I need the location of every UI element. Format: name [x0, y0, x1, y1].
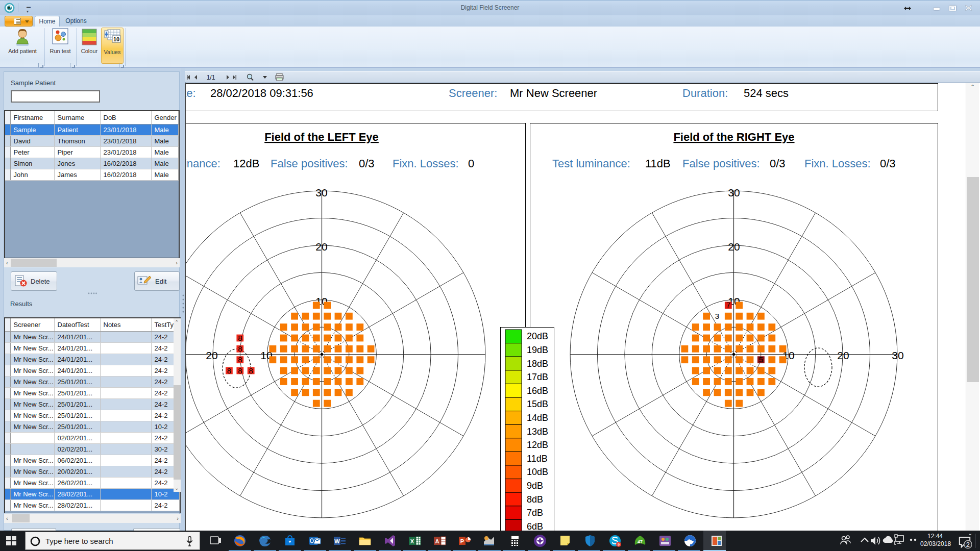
svg-text:30: 30 — [728, 187, 740, 198]
svg-text:17dB: 17dB — [527, 372, 548, 382]
svg-text:5: 5 — [759, 355, 763, 364]
svg-text:0/3: 0/3 — [770, 157, 786, 170]
svg-text:False positives:: False positives: — [271, 157, 348, 170]
svg-text:8: 8 — [238, 366, 242, 375]
svg-text:47: 47 — [638, 539, 643, 544]
svg-text:8: 8 — [249, 366, 253, 375]
svg-text:524 secs: 524 secs — [744, 87, 789, 99]
svg-text:Fixn. Losses:: Fixn. Losses: — [804, 157, 871, 170]
svg-text:X: X — [410, 538, 414, 544]
svg-text:10dB: 10dB — [527, 467, 548, 477]
svg-text:19dB: 19dB — [527, 345, 548, 355]
svg-text:Test luminance:: Test luminance: — [186, 157, 220, 170]
svg-text:30: 30 — [892, 349, 903, 361]
svg-text:W: W — [334, 538, 340, 544]
svg-text:0/3: 0/3 — [359, 157, 375, 170]
svg-text:20: 20 — [206, 349, 217, 361]
svg-text:0: 0 — [468, 157, 474, 170]
svg-text:15dB: 15dB — [527, 399, 548, 409]
svg-text:8: 8 — [238, 344, 242, 353]
svg-text:9dB: 9dB — [527, 481, 543, 491]
svg-text:8: 8 — [227, 366, 231, 375]
svg-text:11dB: 11dB — [645, 157, 671, 170]
svg-text:12dB: 12dB — [233, 157, 259, 170]
svg-text:A: A — [435, 538, 439, 544]
svg-text:2: 2 — [966, 541, 970, 548]
svg-text:12dB: 12dB — [527, 440, 548, 450]
svg-text:Fixn. Losses:: Fixn. Losses: — [393, 157, 459, 170]
svg-text:20: 20 — [837, 349, 849, 361]
svg-text:Date:: Date: — [186, 87, 196, 99]
svg-text:13dB: 13dB — [527, 427, 548, 437]
svg-text:Field of the LEFT Eye: Field of the LEFT Eye — [264, 131, 379, 143]
svg-text:Screener:: Screener: — [449, 87, 497, 99]
svg-text:Test luminance:: Test luminance: — [552, 157, 630, 170]
svg-text:P: P — [460, 538, 464, 544]
svg-text:20: 20 — [728, 241, 740, 253]
svg-text:False positives:: False positives: — [682, 157, 760, 170]
svg-text:3: 3 — [715, 312, 719, 320]
svg-text:18dB: 18dB — [527, 359, 548, 369]
svg-text:Field of the RIGHT Eye: Field of the RIGHT Eye — [673, 131, 794, 143]
svg-text:0/3: 0/3 — [880, 157, 896, 170]
svg-text:11dB: 11dB — [527, 454, 548, 464]
svg-text:7: 7 — [726, 300, 730, 309]
svg-text:Duration:: Duration: — [682, 87, 728, 99]
svg-text:Mr New Screener: Mr New Screener — [510, 87, 597, 99]
svg-text:7dB: 7dB — [527, 508, 543, 518]
svg-text:6dB: 6dB — [527, 521, 543, 531]
svg-text:1/1: 1/1 — [207, 74, 215, 81]
svg-text:20: 20 — [315, 241, 327, 253]
svg-text:10: 10 — [113, 36, 119, 42]
svg-text:8: 8 — [238, 355, 242, 364]
svg-text:14dB: 14dB — [527, 413, 548, 423]
svg-text:9: 9 — [618, 542, 620, 547]
svg-text:30: 30 — [315, 187, 327, 198]
svg-text:20dB: 20dB — [527, 331, 548, 341]
svg-text:8dB: 8dB — [527, 494, 543, 505]
svg-text:8: 8 — [238, 334, 242, 342]
svg-text:28/02/2018 09:31:56: 28/02/2018 09:31:56 — [210, 87, 313, 99]
svg-text:16dB: 16dB — [527, 386, 548, 396]
